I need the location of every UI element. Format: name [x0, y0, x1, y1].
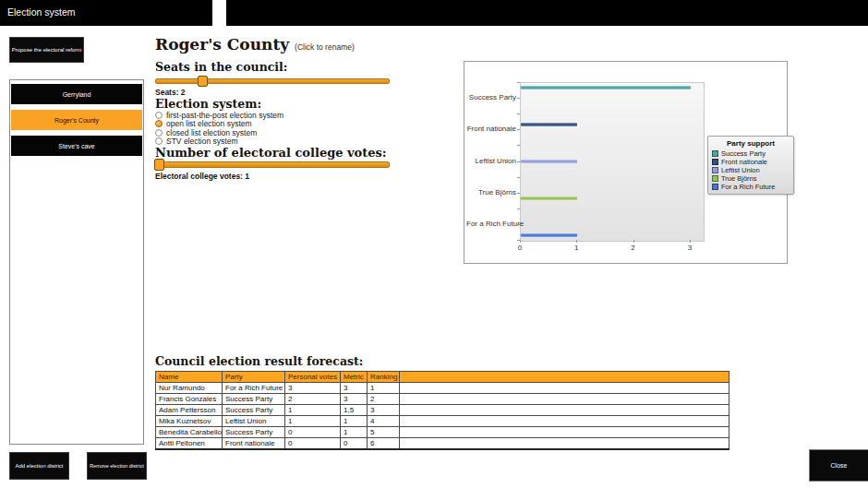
- table-cell: 3: [285, 383, 341, 394]
- legend-item-label: Front nationale: [721, 158, 767, 166]
- radio-label: STV election system: [166, 137, 237, 146]
- table-cell: 4: [368, 416, 400, 427]
- legend-swatch-icon: [712, 159, 718, 165]
- axis-tick-label: 3: [681, 244, 699, 252]
- seats-heading: Seats in the council:: [155, 60, 287, 74]
- remove-election-district-button[interactable]: Remove election district: [87, 452, 147, 480]
- election-system-app: Election system Propose the electoral re…: [0, 0, 868, 488]
- axis-tick: [517, 145, 520, 146]
- table-row[interactable]: Antti PeltonenFront nationale006: [156, 438, 729, 450]
- chart-category-label: Front nationale: [466, 125, 516, 133]
- legend-items: Success PartyFront nationaleLeftist Unio…: [712, 149, 790, 191]
- legend-item: Front nationale: [712, 158, 790, 166]
- axis-tick: [517, 161, 520, 162]
- college-votes-value-label: Electoral college votes: 1: [155, 172, 249, 181]
- legend-item-label: True Björns: [721, 174, 757, 183]
- chart-category-label: Success Party: [466, 93, 516, 101]
- axis-tick: [517, 113, 520, 114]
- page-title[interactable]: Roger's County (Click to rename): [155, 35, 355, 54]
- legend-item: For a Rich Future: [712, 183, 790, 191]
- axis-tick: [690, 240, 691, 243]
- table-row[interactable]: Benedita CarabelloSuccess Party015: [156, 427, 729, 438]
- table-cell: 0: [285, 427, 341, 438]
- axis-tick: [520, 240, 521, 243]
- sidebar-item-district[interactable]: Gerryland: [11, 84, 142, 104]
- table-cell: Success Party: [223, 427, 285, 438]
- radio-label: closed list election system: [166, 128, 257, 137]
- column-header: Ranking: [368, 372, 400, 383]
- legend-swatch-icon: [712, 150, 718, 157]
- sidebar-item-district[interactable]: Steve's cave: [11, 136, 142, 156]
- radio-label: first-past-the-post election system: [166, 111, 283, 120]
- forecast-heading: Council election result forecast:: [155, 354, 363, 368]
- axis-tick: [517, 98, 520, 99]
- radio-icon: [155, 112, 163, 119]
- forecast-table: NamePartyPersonal votesMetricRanking Nur…: [155, 371, 729, 450]
- college-votes-heading: Number of electoral college votes:: [155, 146, 387, 160]
- table-cell-empty: [400, 438, 729, 450]
- sidebar-item-district[interactable]: Roger's County: [11, 110, 142, 130]
- column-header-empty: [400, 372, 729, 383]
- axis-tick-label: 1: [567, 244, 585, 252]
- propose-electoral-reform-button[interactable]: Propose the electoral reform: [9, 37, 84, 63]
- legend-swatch-icon: [712, 175, 718, 182]
- chart-bar: [521, 86, 691, 90]
- window-title: Election system: [0, 0, 212, 18]
- close-button[interactable]: Close: [809, 449, 868, 482]
- district-list: GerrylandRoger's CountySteve's cave: [10, 84, 143, 156]
- axis-tick: [517, 82, 520, 83]
- table-cell: 1: [285, 405, 341, 416]
- table-cell: 2: [285, 394, 341, 405]
- add-election-district-button[interactable]: Add election district: [9, 452, 69, 480]
- table-cell: 1: [341, 416, 368, 427]
- forecast-table-head: NamePartyPersonal votesMetricRanking: [156, 372, 729, 383]
- chart-category-label: True Björns: [466, 188, 516, 196]
- axis-tick: [633, 240, 634, 243]
- table-cell: Success Party: [223, 394, 285, 405]
- table-cell-empty: [400, 405, 729, 416]
- college-votes-slider-handle[interactable]: [154, 159, 164, 171]
- table-cell: 3: [341, 394, 368, 405]
- column-header: Metric: [341, 372, 368, 383]
- legend-swatch-icon: [712, 184, 718, 190]
- college-votes-slider-track[interactable]: [155, 161, 390, 168]
- axis-tick-label: 2: [624, 244, 643, 252]
- table-row[interactable]: Mika KuznetsovLeftist Union114: [156, 416, 729, 427]
- seats-value-label: Seats: 2: [155, 88, 186, 97]
- table-row[interactable]: Adam PetterssonSuccess Party11,53: [156, 405, 729, 416]
- table-cell-empty: [400, 427, 729, 438]
- table-cell-empty: [400, 416, 729, 427]
- election-system-radio[interactable]: open list election system: [155, 120, 283, 129]
- table-cell: Adam Pettersson: [156, 405, 223, 416]
- chart-bar: [521, 123, 577, 127]
- seats-slider-handle[interactable]: [198, 76, 208, 87]
- election-system-radio[interactable]: STV election system: [155, 137, 283, 147]
- axis-tick: [576, 240, 577, 243]
- table-row[interactable]: Nur RamundoFor a Rich Future331: [156, 383, 729, 394]
- election-system-radio[interactable]: first-past-the-post election system: [155, 111, 283, 120]
- secondary-titlebar[interactable]: [226, 0, 868, 26]
- legend-item: Success Party: [712, 149, 790, 158]
- table-cell: Francis Gonzales: [156, 394, 223, 405]
- column-header: Name: [156, 372, 223, 383]
- election-system-heading: Election system:: [155, 97, 261, 111]
- window-titlebar[interactable]: Election system: [0, 0, 212, 26]
- table-cell: For a Rich Future: [223, 383, 285, 394]
- axis-tick: [517, 224, 520, 225]
- table-cell: Success Party: [223, 405, 285, 416]
- district-name: Roger's County: [155, 35, 289, 54]
- chart-legend: Party support Success PartyFront nationa…: [707, 136, 794, 195]
- legend-item: True Björns: [712, 174, 790, 183]
- table-row[interactable]: Francis GonzalesSuccess Party232: [156, 394, 729, 405]
- table-cell: 2: [368, 394, 400, 405]
- election-system-radio[interactable]: closed list election system: [155, 128, 283, 137]
- axis-tick: [517, 193, 520, 194]
- radio-icon: [155, 137, 163, 145]
- seats-slider-track[interactable]: [155, 78, 390, 84]
- table-cell: 1: [368, 383, 400, 394]
- legend-swatch-icon: [712, 167, 718, 173]
- table-cell: Benedita Carabello: [156, 427, 223, 438]
- radio-icon: [155, 129, 163, 137]
- column-header: Personal votes: [285, 372, 341, 383]
- axis-tick-label: 0: [511, 244, 529, 252]
